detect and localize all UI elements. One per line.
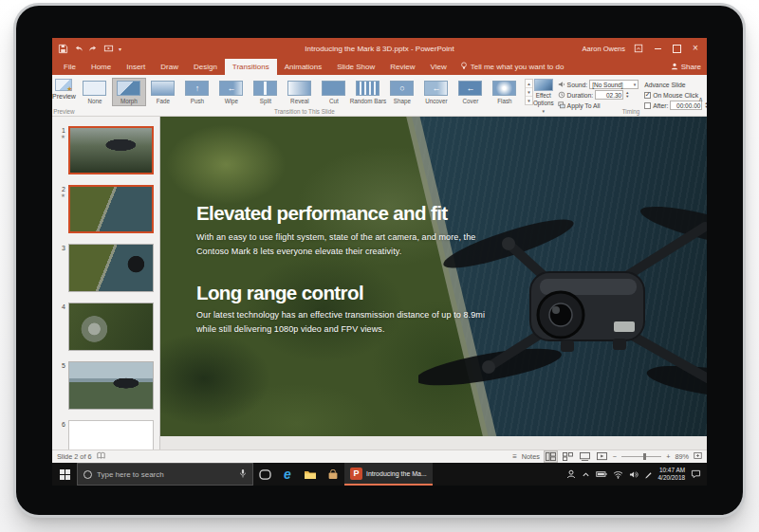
pen-icon[interactable] xyxy=(644,470,653,479)
transition-random-bars[interactable]: Random Bars xyxy=(351,78,385,106)
tab-home[interactable]: Home xyxy=(83,59,119,75)
transition-none-icon xyxy=(83,81,106,96)
notes-icon[interactable]: ≡ xyxy=(512,452,517,461)
file-explorer-icon[interactable] xyxy=(299,463,322,486)
volume-icon[interactable] xyxy=(629,470,639,479)
store-icon[interactable] xyxy=(322,463,344,486)
start-button[interactable] xyxy=(52,463,77,486)
preview-icon xyxy=(55,79,72,91)
slide-body-2: Our latest technology has an effective t… xyxy=(196,308,486,338)
transition-fade[interactable]: Fade xyxy=(146,78,180,106)
spell-check-icon[interactable] xyxy=(97,451,105,462)
restore-button[interactable] xyxy=(671,43,682,54)
tab-transitions[interactable]: Transitions xyxy=(225,59,277,75)
tab-slide-show[interactable]: Slide Show xyxy=(329,59,382,75)
save-icon[interactable] xyxy=(58,44,68,54)
duration-spinner[interactable]: ▲▼ xyxy=(625,91,629,99)
fit-to-window-icon[interactable] xyxy=(694,451,702,462)
clock-time: 10:47 AM xyxy=(658,467,685,474)
ribbon-tab-row: FileHomeInsertDrawDesignTransitionsAnima… xyxy=(52,59,707,75)
transition-label: Fade xyxy=(157,98,170,104)
slide-thumbnail-1[interactable] xyxy=(68,126,154,174)
tab-view[interactable]: View xyxy=(423,59,454,75)
ribbon-display-options-icon[interactable] xyxy=(633,43,644,54)
zoom-out-icon[interactable]: − xyxy=(613,452,617,461)
start-slideshow-icon[interactable] xyxy=(103,44,114,54)
transition-flash[interactable]: Flash xyxy=(488,78,522,106)
duration-input[interactable]: 02.30 xyxy=(595,90,623,100)
gallery-more-icon[interactable]: ▼ xyxy=(526,97,532,104)
tab-animations[interactable]: Animations xyxy=(277,59,330,75)
tab-insert[interactable]: Insert xyxy=(119,59,153,75)
tab-design[interactable]: Design xyxy=(186,59,225,75)
normal-view-button[interactable] xyxy=(545,451,557,462)
redo-icon[interactable] xyxy=(88,44,99,54)
microphone-icon[interactable] xyxy=(239,466,247,483)
collapse-ribbon-icon[interactable]: ∧ xyxy=(698,96,703,103)
slide-heading-2: Long range control xyxy=(196,282,486,304)
gallery-scroll-up-icon[interactable]: ▲ xyxy=(526,80,532,88)
powerpoint-taskbar-button[interactable]: P Introducing the Ma... xyxy=(344,463,433,486)
action-center-icon[interactable] xyxy=(691,469,701,479)
undo-icon[interactable] xyxy=(73,44,83,54)
minimize-button[interactable] xyxy=(652,43,663,54)
effect-options-icon xyxy=(534,79,553,91)
user-name[interactable]: Aaron Owens xyxy=(583,45,625,53)
taskbar-clock[interactable]: 10:47 AM 4/20/2018 xyxy=(658,467,685,483)
task-view-button[interactable] xyxy=(253,463,276,486)
slide-thumbnail-2[interactable] xyxy=(68,185,154,233)
sound-dropdown[interactable]: [No Sound]▾ xyxy=(589,80,639,89)
preview-button[interactable]: Preview xyxy=(52,77,76,100)
slide-sorter-view-button[interactable] xyxy=(562,451,574,462)
transition-wipe[interactable]: Wipe xyxy=(214,78,249,106)
preview-group: Preview Preview xyxy=(52,75,76,116)
close-button[interactable]: × xyxy=(690,43,701,54)
battery-icon[interactable] xyxy=(596,470,607,478)
slide-thumbnail-panel[interactable]: 1★2★3456 xyxy=(52,117,160,449)
share-button[interactable]: Share xyxy=(671,59,703,75)
transition-uncover[interactable]: Uncover xyxy=(419,78,454,106)
transition-cut[interactable]: Cut xyxy=(317,78,351,106)
gallery-scroll-down-icon[interactable]: ▼ xyxy=(526,88,532,97)
effect-options-group: Effect Options ▾ xyxy=(533,75,554,116)
tab-review[interactable]: Review xyxy=(382,59,422,75)
transition-star-icon[interactable]: ★ xyxy=(61,134,65,139)
tab-file[interactable]: File xyxy=(56,59,83,75)
slide-thumbnail-5[interactable] xyxy=(68,361,154,410)
reading-view-button[interactable] xyxy=(579,451,591,462)
slide-number: 2 xyxy=(62,186,65,193)
slideshow-view-button[interactable] xyxy=(596,451,608,462)
on-mouse-click-checkbox[interactable] xyxy=(644,92,651,99)
transition-morph[interactable]: Morph xyxy=(112,78,146,106)
zoom-slider[interactable] xyxy=(621,456,661,457)
slide-thumbnail-3[interactable] xyxy=(68,244,154,292)
slide-thumbnail-4[interactable] xyxy=(68,303,154,351)
zoom-percent[interactable]: 89% xyxy=(675,452,689,461)
transition-label: Shape xyxy=(394,98,411,104)
current-slide[interactable]: Elevated performance and fit With an eas… xyxy=(160,117,707,436)
gallery-scrollbar[interactable]: ▲ ▼ ▼ xyxy=(525,79,533,105)
zoom-in-icon[interactable]: + xyxy=(666,452,670,461)
transition-label: Reveal xyxy=(290,98,309,104)
effect-options-button[interactable]: Effect Options ▾ xyxy=(533,77,554,115)
transition-split[interactable]: Split xyxy=(249,78,283,106)
chevron-up-icon[interactable] xyxy=(582,470,590,479)
transition-cut-icon xyxy=(322,81,345,96)
thumbnail-meta: 4 xyxy=(52,303,68,351)
transition-star-icon[interactable]: ★ xyxy=(61,193,65,198)
transition-shape[interactable]: Shape xyxy=(385,78,419,106)
slide-thumbnail-6[interactable] xyxy=(68,420,154,449)
taskbar-search[interactable]: Type here to search xyxy=(77,463,253,486)
edge-icon[interactable]: e xyxy=(276,463,299,486)
slide-thumbnail-row-6: 6 xyxy=(52,420,159,449)
notes-button[interactable]: Notes xyxy=(522,452,540,461)
transition-reveal[interactable]: Reveal xyxy=(283,78,317,106)
wifi-icon[interactable] xyxy=(613,470,623,479)
transition-push[interactable]: Push xyxy=(180,78,214,106)
qat-dropdown-icon[interactable]: ▾ xyxy=(119,46,121,52)
transition-none[interactable]: None xyxy=(78,78,112,106)
tell-me-box[interactable]: Tell me what you want to do xyxy=(454,59,570,75)
transition-cover[interactable]: Cover xyxy=(454,78,488,106)
people-icon[interactable] xyxy=(566,469,576,479)
tab-draw[interactable]: Draw xyxy=(153,59,186,75)
